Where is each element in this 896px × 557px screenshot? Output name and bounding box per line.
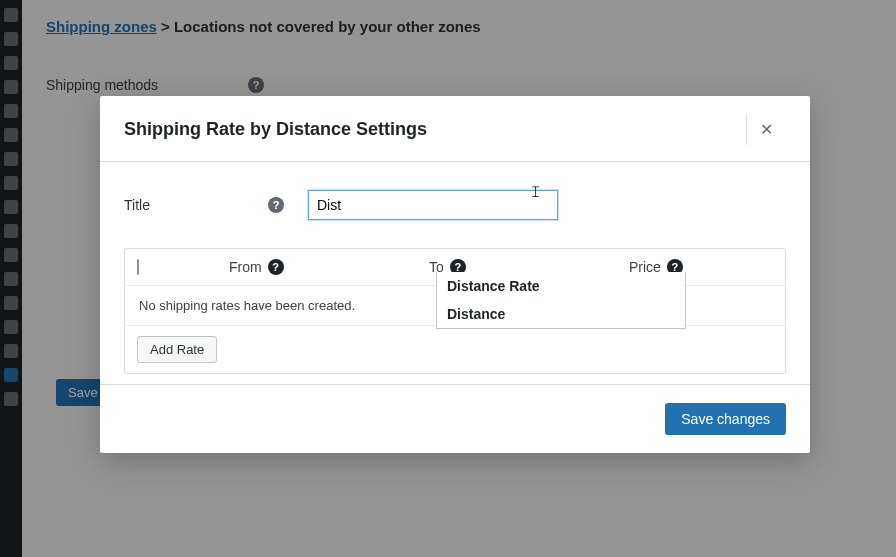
autocomplete-option[interactable]: Distance Rate	[437, 272, 685, 300]
title-input[interactable]	[308, 190, 558, 220]
rates-table-footer: Add Rate	[125, 326, 785, 373]
col-from-header: From ?	[229, 259, 429, 275]
help-icon[interactable]: ?	[268, 197, 284, 213]
close-icon[interactable]: ✕	[746, 114, 786, 145]
help-icon[interactable]: ?	[268, 259, 284, 275]
add-rate-button[interactable]: Add Rate	[137, 336, 217, 363]
modal-footer: Save changes	[100, 384, 810, 453]
settings-modal: Shipping Rate by Distance Settings ✕ Tit…	[100, 96, 810, 453]
col-from-label: From	[229, 259, 262, 275]
autocomplete-dropdown: Distance Rate Distance	[436, 272, 686, 329]
title-label: Title	[124, 197, 150, 213]
save-changes-button[interactable]: Save changes	[665, 403, 786, 435]
select-all-checkbox[interactable]	[137, 259, 139, 275]
modal-body: Title ? Distance Rate Distance From ? To…	[100, 162, 810, 384]
autocomplete-option[interactable]: Distance	[437, 300, 685, 328]
title-row: Title ?	[124, 190, 786, 220]
modal-title: Shipping Rate by Distance Settings	[124, 119, 427, 140]
modal-header: Shipping Rate by Distance Settings ✕	[100, 96, 810, 162]
title-label-wrap: Title ?	[124, 197, 284, 213]
text-cursor-icon: 𝙸	[530, 183, 541, 201]
